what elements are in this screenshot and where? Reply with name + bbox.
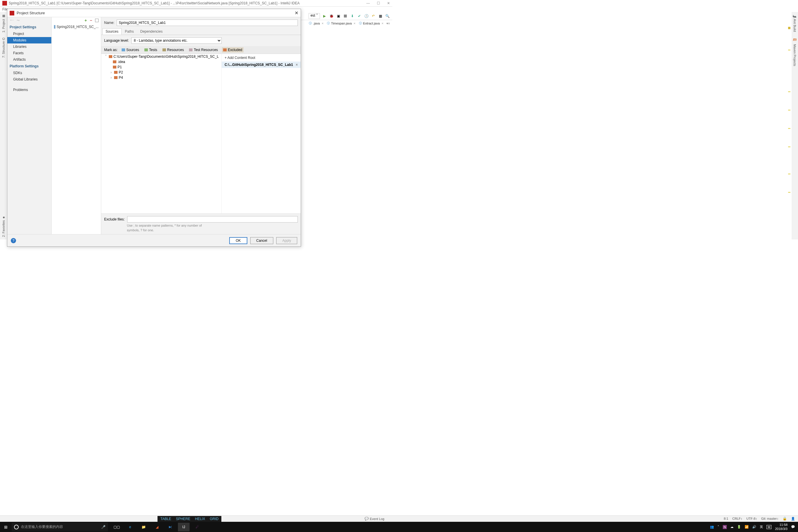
tree-p4[interactable]: ›P4 [101, 75, 221, 80]
nav-facets[interactable]: Facets [7, 50, 51, 56]
dialog-title: Project Structure [17, 11, 294, 15]
tab-overflow-icon[interactable]: ▾≡ [386, 22, 390, 25]
module-item[interactable]: Spring2018_HITCS_SC_... [52, 24, 101, 30]
maximize-button[interactable]: ☐ [377, 1, 380, 5]
module-list-toolbar: + − [52, 17, 101, 24]
exclude-hint-2: symbols, ? for one. [104, 228, 298, 232]
exclude-files-row: Exclude files: Use ; to separate name pa… [101, 213, 301, 234]
resources-folder-icon [163, 49, 166, 51]
name-label: Name: [104, 21, 114, 25]
debug-icon[interactable]: 🐞 [329, 14, 334, 19]
tab-file-timespan[interactable]: ⓙTimespan.java× [325, 21, 357, 25]
add-module-button[interactable]: + [84, 18, 87, 23]
toolwin-structure[interactable]: 7: Structure ⌬ [1, 35, 6, 60]
collapse-icon[interactable]: ˅ [104, 55, 108, 59]
content-root-tree[interactable]: ˅C:\Users\Super-Tang\Documents\GitHub\Sp… [101, 54, 221, 213]
nav-head-project: Project Settings [7, 24, 51, 31]
exclude-files-label: Exclude files: [104, 217, 125, 221]
close-tab-icon[interactable]: × [354, 22, 355, 25]
exclude-hint: Use ; to separate name patterns, * for a… [104, 224, 298, 227]
mark-test-resources[interactable]: Test Resources [188, 47, 219, 53]
vcs-history-icon[interactable]: 🕓 [364, 14, 369, 19]
stop-icon[interactable] [343, 14, 348, 19]
content-root-item[interactable]: C:\...GitHub\Spring2018_HITCS_SC_Lab1 × [222, 61, 301, 68]
toolwin-project[interactable]: 1: Project ▦ [1, 12, 6, 35]
tree-p2[interactable]: ›P2 [101, 70, 221, 75]
nav-modules[interactable]: Modules [7, 37, 51, 43]
vcs-update-icon[interactable]: ⬇ [350, 14, 355, 19]
coverage-icon[interactable]: ▣ [336, 14, 341, 19]
mark-tests[interactable]: Tests [143, 47, 158, 53]
window-controls: — ☐ ✕ [366, 1, 390, 5]
run-config-dropdown[interactable]: est ˅ [309, 13, 320, 19]
exclude-files-input[interactable] [127, 216, 298, 223]
dialog-footer: ? OK Cancel Apply [7, 234, 301, 246]
window-title: Spring2018_HITCS_SC_Lab1 [C:\Users\Super… [9, 1, 366, 5]
nav-sdks[interactable]: SDKs [7, 70, 51, 76]
java-file-icon: ⓙ [309, 21, 312, 25]
tree-root[interactable]: ˅C:\Users\Super-Tang\Documents\GitHub\Sp… [101, 54, 221, 59]
language-level-select[interactable]: 8 - Lambdas, type annotations etc. [131, 37, 222, 44]
main-titlebar: Spring2018_HITCS_SC_Lab1 [C:\Users\Super… [0, 0, 392, 7]
tab-file-1[interactable]: ⓙ.java× [307, 21, 325, 25]
vcs-commit-icon[interactable]: ✔ [357, 14, 362, 19]
toolwin-favorites[interactable]: 2: Favorites ★ [1, 213, 6, 240]
module-tabs: Sources Paths Dependencies [101, 28, 301, 35]
language-level-label: Language level: [104, 38, 129, 43]
nav-project[interactable]: Project [7, 31, 51, 37]
add-content-root-button[interactable]: + Add Content Root [222, 54, 301, 61]
apply-button[interactable]: Apply [276, 237, 297, 244]
close-tab-icon[interactable]: × [381, 22, 383, 25]
project-structure-icon[interactable]: ▦ [378, 14, 383, 19]
tree-idea[interactable]: .idea [101, 59, 221, 64]
dialog-close-button[interactable]: ✕ [294, 10, 298, 16]
content-roots-panel: + Add Content Root C:\...GitHub\Spring20… [221, 54, 301, 213]
tree-p1[interactable]: P1 [101, 64, 221, 70]
remove-module-button[interactable]: − [90, 18, 92, 23]
mark-resources[interactable]: Resources [161, 47, 185, 53]
nav-back-icon[interactable]: ⬸ [10, 18, 14, 22]
ok-button[interactable]: OK [229, 237, 247, 244]
nav-forward-icon[interactable]: ⤳ [17, 18, 20, 22]
search-everywhere-icon[interactable]: 🔍 [385, 14, 390, 19]
tab-paths[interactable]: Paths [121, 28, 137, 35]
cancel-button[interactable]: Cancel [250, 237, 273, 244]
project-structure-dialog: Project Structure ✕ ⬸ ⤳ Project Settings… [7, 9, 301, 247]
vcs-revert-icon[interactable]: ↶ [371, 14, 376, 19]
dialog-nav: ⬸ ⤳ Project Settings Project Modules Lib… [7, 17, 52, 234]
intellij-icon [2, 1, 7, 5]
expand-icon[interactable]: › [109, 70, 113, 74]
sources-folder-icon [121, 49, 125, 51]
module-name-input[interactable] [117, 20, 298, 26]
tab-dependencies[interactable]: Dependencies [137, 28, 166, 35]
mark-excluded[interactable]: Excluded [222, 47, 243, 53]
tab-file-extract[interactable]: ⓙExtract.java× [357, 21, 385, 25]
java-file-icon: ⓙ [359, 21, 362, 25]
mark-as-row: Mark as: Sources Tests Resources Test Re… [101, 46, 301, 54]
copy-module-button[interactable] [95, 19, 99, 22]
dialog-titlebar: Project Structure ✕ [7, 9, 301, 17]
nav-history: ⬸ ⤳ [7, 17, 51, 24]
module-list-panel: + − Spring2018_HITCS_SC_... [52, 17, 101, 234]
java-file-icon: ⓙ [327, 21, 330, 25]
close-tab-icon[interactable]: × [322, 22, 323, 25]
nav-libraries[interactable]: Libraries [7, 43, 51, 50]
mark-sources[interactable]: Sources [120, 47, 140, 53]
minimize-button[interactable]: — [366, 1, 370, 5]
close-button[interactable]: ✕ [387, 1, 390, 5]
nav-global-libs[interactable]: Global Libraries [7, 76, 51, 82]
expand-icon[interactable]: › [109, 76, 113, 80]
tab-sources[interactable]: Sources [102, 28, 121, 35]
folder-icon [109, 55, 112, 58]
nav-artifacts[interactable]: Artifacts [7, 56, 51, 63]
help-button[interactable]: ? [11, 238, 16, 243]
folder-icon [113, 60, 116, 63]
run-icon[interactable]: ▶ [322, 14, 327, 19]
excluded-folder-icon [223, 49, 227, 51]
nav-problems[interactable]: Problems [7, 87, 51, 93]
left-tool-gutter: 1: Project ▦ 7: Structure ⌬ 2: Favorites… [0, 12, 6, 240]
test-resources-folder-icon [189, 49, 192, 51]
remove-root-icon[interactable]: × [296, 63, 298, 67]
mark-as-label: Mark as: [104, 48, 117, 52]
nav-head-platform: Platform Settings [7, 63, 51, 70]
